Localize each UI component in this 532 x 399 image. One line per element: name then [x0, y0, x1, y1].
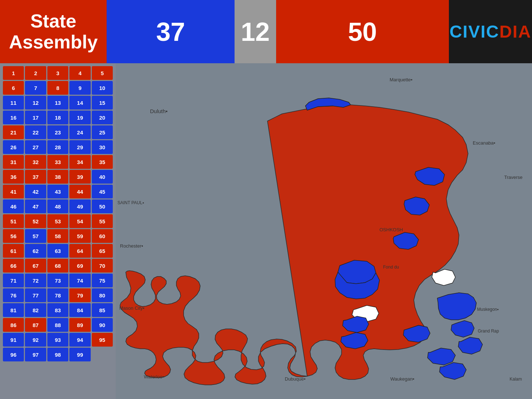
district-cell-18[interactable]: 18: [47, 111, 68, 124]
district-cell-99[interactable]: 99: [69, 348, 90, 361]
district-cell-62[interactable]: 62: [25, 244, 46, 258]
district-cell-79[interactable]: 79: [69, 288, 90, 302]
district-cell-7[interactable]: 7: [25, 81, 46, 95]
district-cell-47[interactable]: 47: [25, 200, 46, 213]
district-cell-50[interactable]: 50: [92, 200, 113, 213]
district-cell-72[interactable]: 72: [25, 274, 46, 287]
district-cell-13[interactable]: 13: [47, 96, 68, 110]
district-cell-71[interactable]: 71: [3, 274, 24, 287]
district-cell-93[interactable]: 93: [47, 333, 68, 347]
district-cell-5[interactable]: 5: [92, 66, 113, 80]
district-cell-55[interactable]: 55: [92, 214, 113, 228]
district-cell-90[interactable]: 90: [92, 318, 113, 332]
district-cell-70[interactable]: 70: [92, 259, 113, 273]
district-cell-45[interactable]: 45: [92, 185, 113, 198]
district-cell-85[interactable]: 85: [92, 303, 113, 317]
district-cell-88[interactable]: 88: [47, 318, 68, 332]
district-cell-73[interactable]: 73: [47, 274, 68, 287]
district-cell-56[interactable]: 56: [3, 229, 24, 243]
district-cell-31[interactable]: 31: [3, 155, 24, 169]
district-cell-51[interactable]: 51: [3, 214, 24, 228]
district-cell-21[interactable]: 21: [3, 125, 24, 139]
title-block: State Assembly: [0, 0, 107, 63]
district-cell-81[interactable]: 81: [3, 303, 24, 317]
district-cell-95[interactable]: 95: [92, 333, 113, 347]
district-cell-54[interactable]: 54: [69, 214, 90, 228]
district-cell-89[interactable]: 89: [69, 318, 90, 332]
district-cell-15[interactable]: 15: [92, 96, 113, 110]
district-cell-84[interactable]: 84: [69, 303, 90, 317]
district-cell-42[interactable]: 42: [25, 185, 46, 198]
district-cell-33[interactable]: 33: [47, 155, 68, 169]
district-cell-1[interactable]: 1: [3, 66, 24, 80]
district-cell-94[interactable]: 94: [69, 333, 90, 347]
district-cell-75[interactable]: 75: [92, 274, 113, 287]
district-cell-3[interactable]: 3: [47, 66, 68, 80]
district-cell-77[interactable]: 77: [25, 288, 46, 302]
district-cell-32[interactable]: 32: [25, 155, 46, 169]
district-cell-66[interactable]: 66: [3, 259, 24, 273]
district-cell-37[interactable]: 37: [25, 170, 46, 184]
district-cell-64[interactable]: 64: [69, 244, 90, 258]
district-cell-27[interactable]: 27: [25, 140, 46, 154]
district-cell-38[interactable]: 38: [47, 170, 68, 184]
district-cell-59[interactable]: 59: [69, 229, 90, 243]
district-cell-26[interactable]: 26: [3, 140, 24, 154]
district-cell-30[interactable]: 30: [92, 140, 113, 154]
district-cell-44[interactable]: 44: [69, 185, 90, 198]
district-cell-12[interactable]: 12: [25, 96, 46, 110]
district-cell-48[interactable]: 48: [47, 200, 68, 213]
district-cell-97[interactable]: 97: [25, 348, 46, 361]
district-cell-24[interactable]: 24: [69, 125, 90, 139]
district-cell-82[interactable]: 82: [25, 303, 46, 317]
district-cell-80[interactable]: 80: [92, 288, 113, 302]
district-cell-65[interactable]: 65: [92, 244, 113, 258]
district-cell-61[interactable]: 61: [3, 244, 24, 258]
district-cell-86[interactable]: 86: [3, 318, 24, 332]
district-cell-91[interactable]: 91: [3, 333, 24, 347]
district-cell-63[interactable]: 63: [47, 244, 68, 258]
district-cell-43[interactable]: 43: [47, 185, 68, 198]
district-cell-76[interactable]: 76: [3, 288, 24, 302]
district-cell-8[interactable]: 8: [47, 81, 68, 95]
district-cell-78[interactable]: 78: [47, 288, 68, 302]
district-cell-67[interactable]: 67: [25, 259, 46, 273]
district-cell-69[interactable]: 69: [69, 259, 90, 273]
district-cell-98[interactable]: 98: [47, 348, 68, 361]
district-cell-58[interactable]: 58: [47, 229, 68, 243]
district-cell-49[interactable]: 49: [69, 200, 90, 213]
district-cell-10[interactable]: 10: [92, 81, 113, 95]
district-cell-11[interactable]: 11: [3, 96, 24, 110]
district-cell-36[interactable]: 36: [3, 170, 24, 184]
district-cell-60[interactable]: 60: [92, 229, 113, 243]
district-cell-4[interactable]: 4: [69, 66, 90, 80]
district-cell-74[interactable]: 74: [69, 274, 90, 287]
district-cell-17[interactable]: 17: [25, 111, 46, 124]
district-cell-23[interactable]: 23: [47, 125, 68, 139]
district-cell-14[interactable]: 14: [69, 96, 90, 110]
district-cell-28[interactable]: 28: [47, 140, 68, 154]
district-cell-83[interactable]: 83: [47, 303, 68, 317]
district-cell-53[interactable]: 53: [47, 214, 68, 228]
district-cell-52[interactable]: 52: [25, 214, 46, 228]
district-cell-87[interactable]: 87: [25, 318, 46, 332]
district-cell-20[interactable]: 20: [92, 111, 113, 124]
district-cell-46[interactable]: 46: [3, 200, 24, 213]
district-cell-40[interactable]: 40: [92, 170, 113, 184]
district-cell-96[interactable]: 96: [3, 348, 24, 361]
district-cell-57[interactable]: 57: [25, 229, 46, 243]
district-cell-6[interactable]: 6: [3, 81, 24, 95]
district-cell-29[interactable]: 29: [69, 140, 90, 154]
district-cell-9[interactable]: 9: [69, 81, 90, 95]
district-cell-35[interactable]: 35: [92, 155, 113, 169]
district-cell-19[interactable]: 19: [69, 111, 90, 124]
district-cell-16[interactable]: 16: [3, 111, 24, 124]
district-cell-68[interactable]: 68: [47, 259, 68, 273]
district-cell-92[interactable]: 92: [25, 333, 46, 347]
district-cell-22[interactable]: 22: [25, 125, 46, 139]
district-cell-2[interactable]: 2: [25, 66, 46, 80]
district-cell-41[interactable]: 41: [3, 185, 24, 198]
district-cell-39[interactable]: 39: [69, 170, 90, 184]
district-cell-25[interactable]: 25: [92, 125, 113, 139]
district-cell-34[interactable]: 34: [69, 155, 90, 169]
